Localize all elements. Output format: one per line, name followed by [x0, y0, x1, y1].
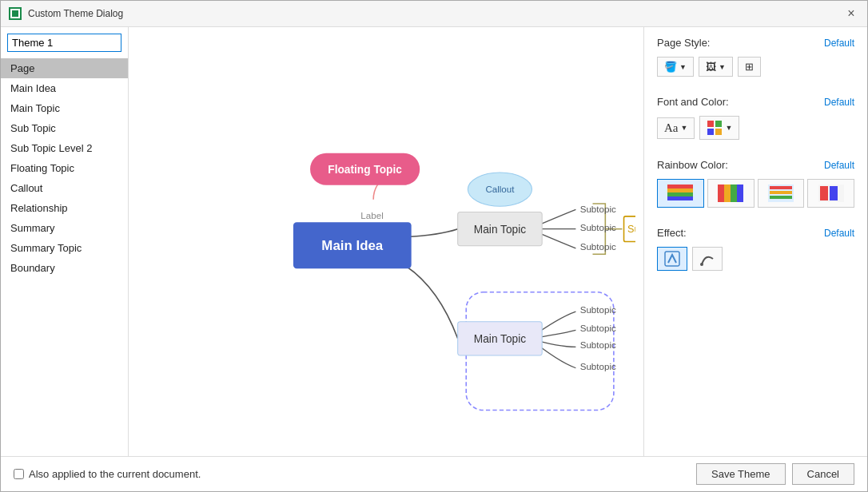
apply-current-label: Also applied to the current document. — [29, 468, 201, 480]
rainbow-icon-4 — [818, 184, 844, 202]
chevron-icon4: ▼ — [725, 124, 732, 132]
svg-text:Subtopic: Subtopic — [580, 323, 616, 333]
list-item-summary-topic[interactable]: Summary Topic — [1, 238, 128, 258]
dialog-footer: Also applied to the current document. Sa… — [1, 456, 867, 491]
image-fit-icon: ⊞ — [745, 61, 754, 73]
close-button[interactable]: × — [843, 6, 859, 22]
image-fit-button[interactable]: ⊞ — [738, 57, 761, 77]
list-item-floating-topic[interactable]: Floating Topic — [1, 158, 128, 178]
rainbow-color-section: Rainbow Color: Default — [657, 159, 854, 208]
svg-text:Subtopic: Subtopic — [580, 241, 616, 252]
svg-rect-40 — [770, 196, 792, 199]
svg-rect-2 — [12, 10, 18, 17]
chevron-icon2: ▼ — [719, 63, 726, 71]
svg-point-45 — [700, 263, 703, 266]
font-color-section: Font and Color: Default Aa ▼ — [657, 96, 854, 140]
svg-rect-42 — [820, 186, 828, 200]
rainbow-icon-1 — [667, 184, 693, 202]
rainbow-option-3[interactable] — [758, 179, 805, 208]
svg-rect-28 — [715, 129, 722, 135]
svg-text:Subtopic: Subtopic — [580, 222, 616, 232]
rainbow-icon-3 — [768, 184, 794, 202]
preview-panel: Label Floating Topic Callout Main Idea M… — [129, 27, 643, 456]
rainbow-icon-2 — [718, 184, 743, 202]
font-icon: Aa — [664, 121, 679, 135]
svg-rect-38 — [770, 186, 792, 189]
page-style-section: Page Style: Default 🪣 ▼ 🖼 ▼ ⊞ — [657, 37, 854, 77]
page-style-default[interactable]: Default — [824, 38, 854, 49]
effect-stroke-icon — [699, 251, 715, 267]
svg-rect-29 — [667, 184, 693, 188]
svg-text:Subtopic: Subtopic — [580, 204, 616, 214]
rainbow-grid — [657, 179, 854, 208]
svg-text:Main Idea: Main Idea — [321, 238, 384, 253]
effect-fill-icon — [664, 251, 680, 267]
list-item-main-topic[interactable]: Main Topic — [1, 98, 128, 118]
list-item-summary[interactable]: Summary — [1, 218, 128, 238]
effect-header: Effect: Default — [657, 227, 854, 239]
page-style-controls: 🪣 ▼ 🖼 ▼ ⊞ — [657, 57, 854, 77]
dialog-title: Custom Theme Dialog — [28, 8, 837, 19]
svg-rect-32 — [667, 196, 693, 200]
rainbow-option-1[interactable] — [657, 179, 704, 208]
svg-text:Summary: Summary — [627, 224, 635, 235]
list-item-boundary[interactable]: Boundary — [1, 258, 128, 278]
font-color-title: Font and Color: — [657, 96, 729, 108]
fill-color-button[interactable]: 🪣 ▼ — [657, 57, 694, 77]
svg-rect-27 — [707, 129, 714, 135]
save-theme-button[interactable]: Save Theme — [696, 463, 785, 485]
effect-section: Effect: Default — [657, 227, 854, 271]
effect-stroke-button[interactable] — [692, 247, 723, 271]
svg-rect-43 — [830, 186, 838, 200]
page-style-header: Page Style: Default — [657, 37, 854, 49]
checkbox-area: Also applied to the current document. — [14, 468, 201, 480]
chevron-icon: ▼ — [679, 63, 687, 71]
rainbow-option-4[interactable] — [807, 179, 854, 208]
list-item-callout[interactable]: Callout — [1, 178, 128, 198]
list-item-page[interactable]: Page — [1, 58, 128, 78]
item-list: PageMain IdeaMain TopicSub TopicSub Topi… — [1, 58, 128, 278]
svg-rect-36 — [737, 184, 743, 202]
theme-name-input[interactable] — [7, 34, 121, 52]
list-item-relationship[interactable]: Relationship — [1, 198, 128, 218]
left-panel: PageMain IdeaMain TopicSub TopicSub Topi… — [1, 27, 129, 456]
svg-text:Main Topic: Main Topic — [474, 224, 526, 236]
rainbow-color-title: Rainbow Color: — [657, 159, 728, 171]
svg-rect-39 — [770, 191, 792, 194]
svg-text:Label: Label — [360, 210, 383, 220]
svg-text:Callout: Callout — [485, 184, 515, 194]
image-button[interactable]: 🖼 ▼ — [699, 57, 733, 77]
effect-default[interactable]: Default — [824, 228, 854, 239]
rainbow-option-2[interactable] — [707, 179, 755, 208]
dialog-body: PageMain IdeaMain TopicSub TopicSub Topi… — [1, 27, 867, 456]
apply-current-checkbox[interactable] — [14, 469, 24, 479]
svg-text:Subtopic: Subtopic — [580, 361, 616, 371]
svg-rect-26 — [715, 121, 722, 127]
list-item-main-idea[interactable]: Main Idea — [1, 78, 128, 98]
page-style-title: Page Style: — [657, 37, 711, 49]
list-item-sub-topic[interactable]: Sub Topic — [1, 118, 128, 138]
app-icon — [9, 7, 22, 20]
svg-rect-30 — [667, 188, 693, 192]
font-color-header: Font and Color: Default — [657, 96, 854, 108]
svg-rect-33 — [718, 184, 724, 202]
svg-text:Main Topic: Main Topic — [474, 333, 526, 345]
svg-text:Floating Topic: Floating Topic — [328, 164, 402, 176]
effect-title: Effect: — [657, 227, 687, 239]
fill-icon: 🪣 — [664, 61, 677, 73]
svg-text:Subtopic: Subtopic — [580, 339, 616, 350]
footer-buttons: Save Theme Cancel — [696, 463, 854, 485]
cancel-button[interactable]: Cancel — [792, 463, 854, 485]
effect-fill-button[interactable] — [657, 247, 687, 271]
font-color-default[interactable]: Default — [824, 97, 854, 108]
chevron-icon3: ▼ — [681, 124, 688, 132]
svg-rect-34 — [724, 184, 731, 202]
effect-controls — [657, 247, 854, 271]
list-item-sub-topic-level2[interactable]: Sub Topic Level 2 — [1, 138, 128, 158]
title-bar: Custom Theme Dialog × — [1, 1, 867, 27]
rainbow-color-default[interactable]: Default — [824, 160, 854, 171]
color-grid-button[interactable]: ▼ — [699, 116, 739, 140]
svg-rect-31 — [667, 192, 693, 196]
svg-rect-25 — [707, 121, 714, 127]
font-button[interactable]: Aa ▼ — [657, 117, 695, 139]
